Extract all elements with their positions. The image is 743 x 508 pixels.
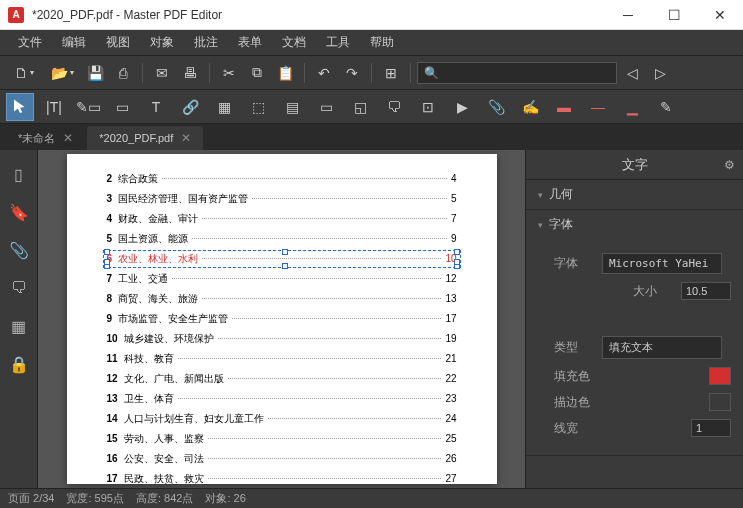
toc-line[interactable]: 15劳动、人事、监察25	[107, 432, 457, 446]
bookmarks-panel-button[interactable]: 🔖	[3, 196, 35, 228]
new-file-button[interactable]: 🗋	[6, 60, 42, 86]
section-header-geometry[interactable]: 几何	[526, 180, 743, 209]
search-prev-button[interactable]: ◁	[619, 60, 645, 86]
strikeout-tool[interactable]: —	[584, 93, 612, 121]
menu-forms[interactable]: 表单	[228, 30, 272, 55]
text-select-tool[interactable]: |T|	[40, 93, 68, 121]
toc-line[interactable]: 17民政、扶贫、救灾27	[107, 472, 457, 484]
maximize-button[interactable]: ☐	[651, 0, 697, 30]
document-viewport[interactable]: 2综合政策43国民经济管理、国有资产监管54财政、金融、审计75国土资源、能源9…	[38, 150, 525, 488]
size-input[interactable]	[681, 282, 731, 300]
undo-button[interactable]: ↶	[311, 60, 337, 86]
label-font: 字体	[554, 255, 594, 272]
layers-panel-button[interactable]: ▦	[3, 310, 35, 342]
textbox-tool[interactable]: ▭	[312, 93, 340, 121]
pointer-tool[interactable]	[6, 93, 34, 121]
save-as-button[interactable]: ⎙	[110, 60, 136, 86]
menu-help[interactable]: 帮助	[360, 30, 404, 55]
search-box[interactable]: 🔍	[417, 62, 617, 84]
toc-line[interactable]: 9市场监管、安全生产监管17	[107, 312, 457, 326]
menu-comment[interactable]: 批注	[184, 30, 228, 55]
menu-edit[interactable]: 编辑	[52, 30, 96, 55]
menu-tools[interactable]: 工具	[316, 30, 360, 55]
menu-document[interactable]: 文档	[272, 30, 316, 55]
attachments-panel-button[interactable]: 📎	[3, 234, 35, 266]
save-button[interactable]: 💾	[82, 60, 108, 86]
print-button[interactable]: 🖶	[177, 60, 203, 86]
panel-settings-icon[interactable]: ⚙	[724, 158, 735, 172]
toc-line[interactable]: 4财政、金融、审计7	[107, 212, 457, 226]
toc-dots	[202, 218, 447, 219]
pencil-tool[interactable]: ✎	[652, 93, 680, 121]
note-tool[interactable]: 🗨	[380, 93, 408, 121]
edit-document-tool[interactable]: ✎▭	[74, 93, 102, 121]
highlight-note-tool[interactable]: ▤	[278, 93, 306, 121]
cut-button[interactable]: ✂	[216, 60, 242, 86]
copy-button[interactable]: ⧉	[244, 60, 270, 86]
toc-dots	[232, 318, 441, 319]
selection-handle[interactable]	[454, 259, 460, 265]
status-page: 页面 2/34	[8, 491, 54, 506]
toc-line[interactable]: 7工业、交通12	[107, 272, 457, 286]
toc-line[interactable]: 6农业、林业、水利10	[107, 252, 457, 266]
toc-line[interactable]: 13卫生、体育23	[107, 392, 457, 406]
label-size: 大小	[633, 283, 673, 300]
toc-dots	[208, 458, 442, 459]
attach-tool[interactable]: 📎	[482, 93, 510, 121]
menu-file[interactable]: 文件	[8, 30, 52, 55]
close-icon[interactable]: ✕	[181, 131, 191, 145]
selection-handle[interactable]	[282, 249, 288, 255]
minimize-button[interactable]: ─	[605, 0, 651, 30]
pages-panel-button[interactable]: ▯	[3, 158, 35, 190]
type-select[interactable]: 填充文本	[602, 336, 722, 359]
selection-handle[interactable]	[104, 249, 110, 255]
section-header-font[interactable]: 字体	[526, 210, 743, 239]
tab-2020pdf[interactable]: *2020_PDF.pdf ✕	[87, 126, 203, 150]
toc-line[interactable]: 12文化、广电、新闻出版22	[107, 372, 457, 386]
page-grid-button[interactable]: ⊞	[378, 60, 404, 86]
menu-object[interactable]: 对象	[140, 30, 184, 55]
toc-text: 劳动、人事、监察	[124, 432, 204, 446]
text-tool[interactable]: T	[142, 93, 170, 121]
toolbar-tools: |T| ✎▭ ▭ T 🔗 ▦ ⬚ ▤ ▭ ◱ 🗨 ⊡ ▶ 📎 ✍ ▬ — ▁ ✎	[0, 90, 743, 124]
toc-line[interactable]: 3国民经济管理、国有资产监管5	[107, 192, 457, 206]
paste-button[interactable]: 📋	[272, 60, 298, 86]
stamp-tool[interactable]: ⊡	[414, 93, 442, 121]
toc-line[interactable]: 2综合政策4	[107, 172, 457, 186]
open-file-button[interactable]: 📂	[44, 60, 80, 86]
toc-page: 25	[445, 433, 456, 444]
selection-handle[interactable]	[282, 263, 288, 269]
font-select[interactable]: Microsoft YaHei	[602, 253, 722, 274]
selection-handle[interactable]	[454, 249, 460, 255]
selection-handle[interactable]	[104, 259, 110, 265]
linewidth-input[interactable]	[691, 419, 731, 437]
image-tool[interactable]: ▦	[210, 93, 238, 121]
menu-view[interactable]: 视图	[96, 30, 140, 55]
search-next-button[interactable]: ▷	[647, 60, 673, 86]
toc-line[interactable]: 11科技、教育21	[107, 352, 457, 366]
status-height: 高度: 842点	[136, 491, 193, 506]
email-button[interactable]: ✉	[149, 60, 175, 86]
strokecolor-picker[interactable]	[709, 393, 731, 411]
select-area-tool[interactable]: ⬚	[244, 93, 272, 121]
edit-forms-tool[interactable]: ▭	[108, 93, 136, 121]
toc-line[interactable]: 16公安、安全、司法26	[107, 452, 457, 466]
link-tool[interactable]: 🔗	[176, 93, 204, 121]
tab-unnamed[interactable]: *未命名 ✕	[6, 126, 85, 150]
search-input[interactable]	[439, 67, 610, 79]
signatures-panel-button[interactable]: 🔒	[3, 348, 35, 380]
toc-line[interactable]: 8商贸、海关、旅游13	[107, 292, 457, 306]
comments-panel-button[interactable]: 🗨	[3, 272, 35, 304]
video-tool[interactable]: ▶	[448, 93, 476, 121]
close-button[interactable]: ✕	[697, 0, 743, 30]
highlight-tool[interactable]: ▬	[550, 93, 578, 121]
redo-button[interactable]: ↷	[339, 60, 365, 86]
underline-tool[interactable]: ▁	[618, 93, 646, 121]
close-icon[interactable]: ✕	[63, 131, 73, 145]
toc-line[interactable]: 5国土资源、能源9	[107, 232, 457, 246]
signature-tool[interactable]: ✍	[516, 93, 544, 121]
callout-tool[interactable]: ◱	[346, 93, 374, 121]
toc-line[interactable]: 10城乡建设、环境保护19	[107, 332, 457, 346]
toc-line[interactable]: 14人口与计划生育、妇女儿童工作24	[107, 412, 457, 426]
fillcolor-picker[interactable]	[709, 367, 731, 385]
